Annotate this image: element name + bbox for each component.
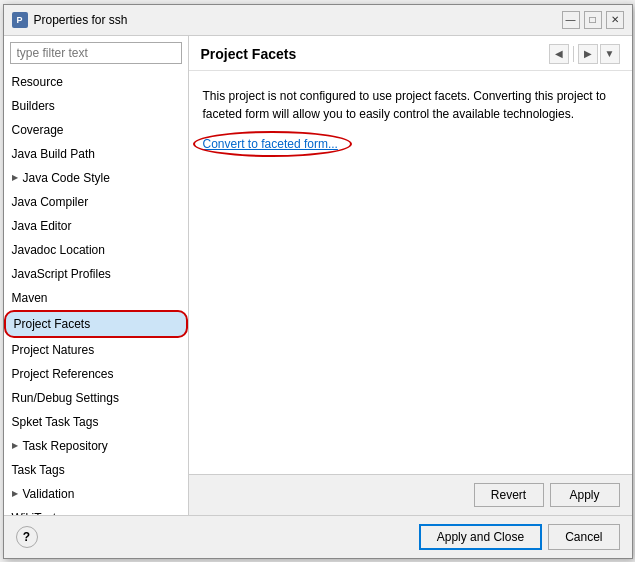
dialog-bottom: ? Apply and Close Cancel	[4, 515, 632, 558]
convert-link[interactable]: Convert to faceted form...	[203, 137, 338, 151]
panel-header: Project Facets ◀ ▶ ▼	[189, 36, 632, 71]
right-panel: Project Facets ◀ ▶ ▼ This project is not…	[189, 36, 632, 515]
properties-dialog: P Properties for ssh — □ ✕ Resource Buil…	[3, 4, 633, 559]
sidebar-item-resource[interactable]: Resource	[4, 70, 188, 94]
revert-button[interactable]: Revert	[474, 483, 544, 507]
panel-title: Project Facets	[201, 46, 297, 62]
filter-input[interactable]	[10, 42, 182, 64]
sidebar-item-task-tags[interactable]: Task Tags	[4, 458, 188, 482]
sidebar-item-run-debug-settings[interactable]: Run/Debug Settings	[4, 386, 188, 410]
nav-forward-button[interactable]: ▶	[578, 44, 598, 64]
nav-separator	[573, 46, 574, 62]
sidebar-item-java-code-style[interactable]: Java Code Style	[4, 166, 188, 190]
sidebar-item-java-editor[interactable]: Java Editor	[4, 214, 188, 238]
footer-buttons: Revert Apply	[474, 483, 620, 507]
sidebar-item-project-references[interactable]: Project References	[4, 362, 188, 386]
tree-list: Resource Builders Coverage Java Build Pa…	[4, 70, 188, 515]
convert-link-container: Convert to faceted form...	[203, 137, 338, 151]
nav-back-button[interactable]: ◀	[549, 44, 569, 64]
cancel-button[interactable]: Cancel	[548, 524, 619, 550]
sidebar-item-coverage[interactable]: Coverage	[4, 118, 188, 142]
main-content: Resource Builders Coverage Java Build Pa…	[4, 36, 632, 515]
apply-button[interactable]: Apply	[550, 483, 620, 507]
dialog-title: Properties for ssh	[34, 13, 128, 27]
sidebar-item-project-facets[interactable]: Project Facets	[4, 310, 188, 338]
sidebar-item-project-natures[interactable]: Project Natures	[4, 338, 188, 362]
sidebar-item-javadoc-location[interactable]: Javadoc Location	[4, 238, 188, 262]
apply-close-button[interactable]: Apply and Close	[419, 524, 542, 550]
minimize-button[interactable]: —	[562, 11, 580, 29]
sidebar-item-javascript-profiles[interactable]: JavaScript Profiles	[4, 262, 188, 286]
panel-nav: ◀ ▶ ▼	[549, 44, 620, 64]
sidebar: Resource Builders Coverage Java Build Pa…	[4, 36, 189, 515]
dialog-icon: P	[12, 12, 28, 28]
sidebar-item-wikitext[interactable]: WikiText	[4, 506, 188, 515]
titlebar-left: P Properties for ssh	[12, 12, 128, 28]
sidebar-item-maven[interactable]: Maven	[4, 286, 188, 310]
titlebar: P Properties for ssh — □ ✕	[4, 5, 632, 36]
dialog-footer: Revert Apply	[189, 474, 632, 515]
titlebar-controls: — □ ✕	[562, 11, 624, 29]
sidebar-item-task-repository[interactable]: Task Repository	[4, 434, 188, 458]
bottom-buttons: Apply and Close Cancel	[419, 524, 620, 550]
nav-dropdown-button[interactable]: ▼	[600, 44, 620, 64]
close-button[interactable]: ✕	[606, 11, 624, 29]
maximize-button[interactable]: □	[584, 11, 602, 29]
sidebar-item-validation[interactable]: Validation	[4, 482, 188, 506]
help-button[interactable]: ?	[16, 526, 38, 548]
sidebar-item-builders[interactable]: Builders	[4, 94, 188, 118]
sidebar-item-spket-task-tags[interactable]: Spket Task Tags	[4, 410, 188, 434]
sidebar-item-java-build-path[interactable]: Java Build Path	[4, 142, 188, 166]
sidebar-item-java-compiler[interactable]: Java Compiler	[4, 190, 188, 214]
description-text: This project is not configured to use pr…	[203, 87, 618, 123]
panel-body: This project is not configured to use pr…	[189, 71, 632, 474]
